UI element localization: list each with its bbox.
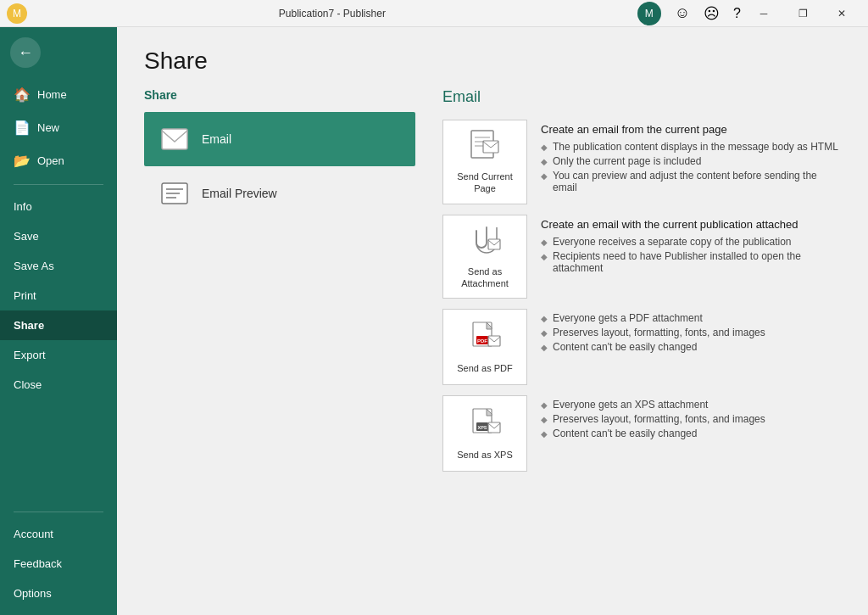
- send-pdf-label: Send as PDF: [457, 362, 512, 374]
- svg-rect-14: [488, 336, 500, 346]
- email-option-send-current-page: Send CurrentPage Create an email from th…: [442, 120, 841, 204]
- sidebar-item-home[interactable]: 🏠 Home: [0, 78, 117, 111]
- svg-rect-10: [488, 239, 500, 249]
- bullet-item: ◆Preserves layout, formatting, fonts, an…: [541, 413, 765, 425]
- bullet-text: Content can't be easily changed: [553, 428, 697, 439]
- maximize-button[interactable]: ❐: [783, 0, 822, 27]
- close-button[interactable]: ✕: [822, 0, 861, 27]
- send-pdf-button[interactable]: PDF Send as PDF: [442, 309, 527, 385]
- send-attachment-bullets: ◆Everyone receives a separate copy of th…: [541, 236, 841, 274]
- bullet-item: ◆Everyone gets a PDF attachment: [541, 312, 765, 324]
- bullet-icon: ◆: [541, 238, 548, 247]
- send-xps-button[interactable]: XPS Send as XPS: [442, 395, 527, 472]
- email-option-send-xps: XPS Send as XPS ◆Everyone gets an XPS at: [442, 395, 841, 472]
- sidebar-item-open[interactable]: 📂 Open: [0, 144, 117, 177]
- email-options-list: Send CurrentPage Create an email from th…: [442, 120, 841, 472]
- bullet-item: ◆You can preview and adjust the content …: [541, 170, 841, 193]
- bullet-text: Recipients need to have Publisher instal…: [553, 250, 841, 274]
- sidebar-item-options[interactable]: Options: [0, 579, 117, 608]
- bullet-icon: ◆: [541, 343, 548, 352]
- send-attachment-button[interactable]: Send asAttachment: [442, 215, 527, 299]
- sidebar-item-account[interactable]: Account: [0, 519, 117, 549]
- bullet-item: ◆Everyone receives a separate copy of th…: [541, 236, 841, 248]
- back-button[interactable]: ←: [10, 37, 41, 68]
- sidebar-item-new-label: New: [37, 121, 59, 134]
- sidebar-item-open-label: Open: [37, 154, 64, 167]
- send-current-page-icon: [468, 129, 502, 165]
- svg-text:XPS: XPS: [477, 425, 487, 430]
- sidebar-bottom: Account Feedback Options: [0, 505, 117, 615]
- sidebar-divider-2: [14, 512, 103, 512]
- sidebar-item-print[interactable]: Print: [0, 281, 117, 310]
- sidebar-item-home-label: Home: [37, 88, 67, 101]
- email-option-label: Email: [202, 132, 231, 146]
- bullet-text: Everyone receives a separate copy of the…: [553, 236, 792, 248]
- sidebar-divider-1: [14, 184, 103, 185]
- emoji-happy-icon[interactable]: ☺: [671, 4, 693, 22]
- option-email[interactable]: Email: [144, 112, 415, 166]
- bullet-icon: ◆: [541, 415, 548, 424]
- app-body: ← 🏠 Home 📄 New 📂 Open Info Save Save As …: [0, 27, 868, 615]
- sidebar-item-save-as[interactable]: Save As: [0, 251, 117, 281]
- main-content: Share Share Email: [117, 27, 868, 615]
- titlebar-left-icons: M: [7, 3, 27, 24]
- bullet-text: Preserves layout, formatting, fonts, and…: [553, 413, 765, 425]
- minimize-button[interactable]: ─: [744, 0, 783, 27]
- send-pdf-desc: ◆Everyone gets a PDF attachment ◆Preserv…: [541, 309, 765, 353]
- sidebar-item-close[interactable]: Close: [0, 370, 117, 400]
- help-icon[interactable]: ?: [730, 6, 744, 21]
- send-xps-icon: XPS: [468, 407, 502, 444]
- bullet-text: You can preview and adjust the content b…: [553, 170, 841, 193]
- bullet-item: ◆Everyone gets an XPS attachment: [541, 399, 765, 411]
- sidebar-item-new[interactable]: 📄 New: [0, 111, 117, 144]
- sidebar-item-info[interactable]: Info: [0, 192, 117, 221]
- bullet-icon: ◆: [541, 157, 548, 166]
- sidebar-item-save[interactable]: Save: [0, 221, 117, 251]
- sidebar-item-feedback[interactable]: Feedback: [0, 549, 117, 579]
- bullet-icon: ◆: [541, 314, 548, 323]
- window-controls[interactable]: ─ ❐ ✕: [744, 0, 861, 27]
- send-xps-label: Send as XPS: [457, 449, 512, 461]
- bullet-item: ◆Preserves layout, formatting, fonts, an…: [541, 327, 765, 338]
- bullet-text: Everyone gets a PDF attachment: [553, 312, 703, 324]
- option-email-preview[interactable]: Email Preview: [144, 166, 415, 221]
- bullet-text: Content can't be easily changed: [553, 341, 697, 353]
- send-pdf-bullets: ◆Everyone gets a PDF attachment ◆Preserv…: [541, 312, 765, 353]
- send-current-page-bullets: ◆The publication content displays in the…: [541, 141, 841, 193]
- titlebar-title: Publication7 - Publisher: [27, 8, 637, 20]
- bullet-icon: ◆: [541, 429, 548, 439]
- titlebar-right-icons: M ☺ ☹ ?: [637, 2, 744, 25]
- bullet-text: Preserves layout, formatting, fonts, and…: [553, 327, 765, 338]
- send-pdf-icon: PDF: [468, 321, 502, 357]
- bullet-item: ◆Only the current page is included: [541, 155, 841, 167]
- open-folder-icon: 📂: [14, 153, 31, 169]
- page-title: Share: [117, 27, 868, 88]
- left-section-title: Share: [144, 88, 415, 102]
- bullet-item: ◆Content can't be easily changed: [541, 428, 765, 439]
- sidebar-item-share[interactable]: Share: [0, 310, 117, 340]
- email-option-send-attachment: Send asAttachment Create an email with t…: [442, 215, 841, 299]
- send-current-page-main: Create an email from the current page: [541, 123, 841, 136]
- send-attachment-label: Send asAttachment: [461, 266, 509, 290]
- bullet-item: ◆Content can't be easily changed: [541, 341, 765, 353]
- send-current-page-label: Send CurrentPage: [457, 171, 512, 195]
- left-panel: Share Email: [144, 88, 415, 588]
- bullet-text: The publication content displays in the …: [553, 141, 838, 153]
- bullet-item: ◆The publication content displays in the…: [541, 141, 841, 153]
- sidebar-item-export[interactable]: Export: [0, 340, 117, 370]
- home-icon: 🏠: [14, 87, 31, 103]
- new-doc-icon: 📄: [14, 120, 31, 136]
- svg-rect-9: [483, 141, 498, 153]
- bullet-icon: ◆: [541, 400, 548, 410]
- email-option-icon: [158, 122, 192, 156]
- email-preview-option-icon: [158, 176, 192, 210]
- bullet-text: Only the current page is included: [553, 155, 701, 167]
- send-current-page-button[interactable]: Send CurrentPage: [442, 120, 527, 204]
- send-attachment-desc: Create an email with the current publica…: [541, 215, 841, 274]
- titlebar: M Publication7 - Publisher M ☺ ☹ ? ─ ❐ ✕: [0, 0, 868, 27]
- sidebar-nav-top: 🏠 Home 📄 New 📂 Open Info Save Save As Pr…: [0, 78, 117, 505]
- send-xps-bullets: ◆Everyone gets an XPS attachment ◆Preser…: [541, 399, 765, 439]
- content-body: Share Email: [117, 88, 868, 615]
- emoji-sad-icon[interactable]: ☹: [700, 4, 723, 23]
- sidebar: ← 🏠 Home 📄 New 📂 Open Info Save Save As …: [0, 27, 117, 615]
